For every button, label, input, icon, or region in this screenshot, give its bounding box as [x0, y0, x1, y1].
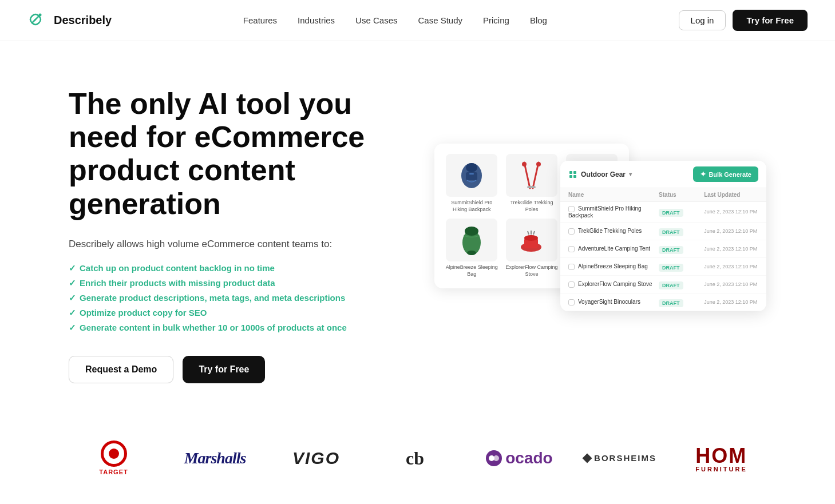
checklist-item-1: ✓Catch up on product content backlog in … — [69, 263, 378, 273]
nav-case-study[interactable]: Case Study — [418, 15, 462, 25]
sparkle-icon: ✦ — [700, 170, 706, 178]
row-status-3: DRAFT — [659, 261, 704, 272]
svg-text:cb: cb — [406, 448, 424, 469]
product-name-stove: ExplorerFlow Camping Stove — [505, 264, 559, 277]
nav-pricing[interactable]: Pricing — [483, 15, 509, 25]
hero-try-free-button[interactable]: Try for Free — [183, 356, 265, 383]
svg-point-3 — [466, 163, 477, 172]
category-label: Outdoor Gear — [581, 170, 626, 178]
table-row: AlpineBreeze Sleeping Bag DRAFT June 2, … — [560, 258, 766, 276]
hero-illustration: SummitShield Pro Hiking Backpack — [434, 132, 766, 338]
hero-subtitle: Describely allows high volume eCommerce … — [69, 236, 378, 252]
row-checkbox-3[interactable] — [568, 264, 575, 270]
product-thumb-backpack: SummitShield Pro Hiking Backpack — [445, 154, 499, 213]
table-header: Outdoor Gear ▾ ✦ Bulk Generate — [560, 161, 766, 188]
svg-point-18 — [467, 251, 476, 255]
svg-line-7 — [533, 162, 539, 188]
checklist-item-4: ✓Optimize product copy for SEO — [69, 308, 378, 318]
nav-blog[interactable]: Blog — [530, 15, 547, 25]
borsheims-diamond-icon — [583, 453, 592, 463]
checklist-item-2: ✓Enrich their products with missing prod… — [69, 278, 378, 288]
svg-point-21 — [524, 235, 538, 241]
product-name-poles: TrekGlide Trekking Poles — [505, 200, 559, 213]
row-status-5: DRAFT — [659, 297, 704, 307]
row-status-1: DRAFT — [659, 226, 704, 236]
table-row: TrekGlide Trekking Poles DRAFT June 2, 2… — [560, 223, 766, 240]
db-icon: cb — [403, 444, 432, 473]
row-name-0: SummitShield Pro Hiking Backpack — [568, 205, 659, 219]
row-checkbox-0[interactable] — [568, 206, 575, 212]
nav-features[interactable]: Features — [243, 15, 277, 25]
table-column-headers: Name Status Last Updated — [560, 188, 766, 202]
navbar: Describely Features Industries Use Cases… — [0, 0, 835, 41]
try-for-free-button[interactable]: Try for Free — [733, 10, 808, 31]
bulk-generate-button[interactable]: ✦ Bulk Generate — [693, 166, 758, 182]
row-date-2: June 2, 2023 12:10 PM — [704, 246, 758, 252]
hero-section: The only AI tool you need for eCommerce … — [0, 41, 835, 418]
product-name-backpack: SummitShield Pro Hiking Backpack — [445, 200, 499, 213]
col-name: Name — [568, 192, 659, 198]
row-name-3: AlpineBreeze Sleeping Bag — [568, 263, 659, 270]
logo-vigo: VIGO — [271, 449, 361, 468]
nav-actions: Log in Try for Free — [679, 10, 808, 31]
hero-checklist: ✓Catch up on product content backlog in … — [69, 263, 378, 333]
checklist-item-3: ✓Generate product descriptions, meta tag… — [69, 293, 378, 303]
category-icon — [568, 170, 577, 179]
hero-buttons: Request a Demo Try for Free — [69, 356, 378, 383]
nav-links: Features Industries Use Cases Case Study… — [243, 15, 547, 25]
category-selector[interactable]: Outdoor Gear ▾ — [568, 170, 632, 179]
svg-rect-34 — [569, 175, 572, 178]
col-updated: Last Updated — [704, 192, 758, 198]
product-thumb-stove: ExplorerFlow Camping Stove — [505, 219, 559, 277]
row-date-1: June 2, 2023 12:10 PM — [704, 228, 758, 234]
ocado-icon — [485, 449, 503, 467]
svg-line-22 — [528, 231, 529, 235]
login-button[interactable]: Log in — [679, 10, 726, 30]
hero-title: The only AI tool you need for eCommerce … — [69, 87, 378, 220]
row-date-5: June 2, 2023 12:10 PM — [704, 299, 758, 305]
svg-rect-5 — [469, 173, 474, 174]
svg-rect-35 — [573, 175, 576, 178]
row-name-4: ExplorerFlow Camping Stove — [568, 281, 659, 288]
nav-industries[interactable]: Industries — [298, 15, 335, 25]
nav-use-cases[interactable]: Use Cases — [355, 15, 397, 25]
table-row: AdventureLite Camping Tent DRAFT June 2,… — [560, 240, 766, 258]
row-name-5: VoyagerSight Binoculars — [568, 299, 659, 305]
svg-point-9 — [536, 162, 541, 166]
svg-point-39 — [493, 455, 499, 461]
row-checkbox-4[interactable] — [568, 281, 575, 288]
table-row: VoyagerSight Binoculars DRAFT June 2, 20… — [560, 293, 766, 311]
product-thumb-poles: TrekGlide Trekking Poles — [505, 154, 559, 213]
row-checkbox-1[interactable] — [568, 228, 575, 235]
row-status-2: DRAFT — [659, 244, 704, 254]
logos-row: TARGET Marshalls VIGO cb — [69, 440, 766, 475]
row-status-0: DRAFT — [659, 207, 704, 217]
logo-ocado: ocado — [474, 449, 564, 467]
checklist-item-5: ✓Generate content in bulk whether 10 or … — [69, 323, 378, 333]
logo[interactable]: Describely — [27, 10, 112, 31]
row-status-4: DRAFT — [659, 279, 704, 289]
logo-borsheims: BORSHEIMS — [575, 453, 665, 463]
bulk-generate-label: Bulk Generate — [709, 171, 751, 178]
svg-rect-33 — [573, 171, 576, 174]
chevron-down-icon: ▾ — [629, 171, 632, 177]
logo-target: TARGET — [69, 440, 159, 475]
row-checkbox-2[interactable] — [568, 246, 575, 252]
logo-db: cb — [373, 444, 462, 473]
hero-content: The only AI tool you need for eCommerce … — [69, 87, 378, 383]
row-name-2: AdventureLite Camping Tent — [568, 245, 659, 252]
row-name-1: TrekGlide Trekking Poles — [568, 228, 659, 235]
logos-section: TARGET Marshalls VIGO cb — [0, 418, 835, 504]
request-demo-button[interactable]: Request a Demo — [69, 356, 173, 383]
col-status: Status — [659, 192, 704, 198]
table-row: ExplorerFlow Camping Stove DRAFT June 2,… — [560, 276, 766, 293]
svg-point-11 — [530, 186, 536, 188]
row-checkbox-5[interactable] — [568, 299, 575, 305]
logo-hom: HOM FURNITURE — [676, 444, 766, 473]
sleeping-bag-icon — [453, 224, 490, 256]
logo-marshalls: Marshalls — [170, 449, 260, 467]
hero-image-container: SummitShield Pro Hiking Backpack — [434, 132, 766, 338]
svg-point-8 — [522, 162, 527, 166]
svg-point-17 — [465, 227, 478, 236]
poles-icon — [513, 160, 550, 191]
